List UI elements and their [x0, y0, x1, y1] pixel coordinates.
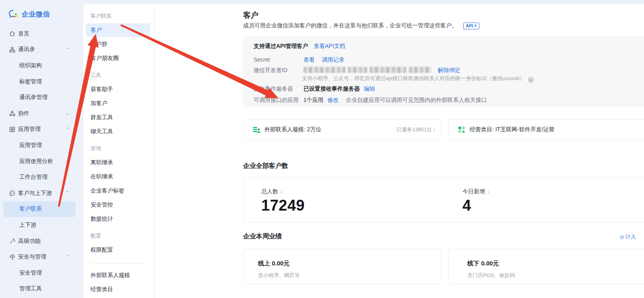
online-performance-desc: 含小程序、网页等 [258, 272, 441, 279]
submenu-item-加客户[interactable]: 加客户 [86, 97, 150, 110]
sidebar-item-应用管理[interactable]: 应用管理 [3, 137, 76, 153]
call-log-link[interactable]: 调用记录 [322, 56, 345, 63]
business-category-label: 经营类目: IT互联网-软件开发/运营 [470, 126, 555, 133]
performance-rule-text: 计入 [625, 233, 636, 240]
submenu-item-在职继承[interactable]: 在职继承 [86, 170, 150, 184]
offline-performance-desc: 含门店POS、收款码 [467, 272, 644, 279]
api-apps-label: 可调用接口的应用 [254, 97, 302, 104]
chevron-up-icon: ⌃ [65, 127, 70, 132]
collaboration-icon [8, 110, 16, 117]
help-circle-icon[interactable]: ? [528, 77, 534, 83]
wecom-bubble-icon [8, 9, 19, 20]
apps-grid-icon [8, 126, 16, 133]
wecom-logo[interactable]: 企业微信 [8, 9, 50, 20]
performance-section-heading: 企业本周业绩 [243, 232, 282, 241]
home-icon [8, 30, 16, 37]
today-new-link[interactable]: 今日新增 › [462, 188, 489, 195]
submenu-item-离职继承[interactable]: 离职继承 [86, 156, 150, 170]
sidebar-item-协作[interactable]: 协作⌄ [3, 106, 76, 122]
sidebar-item-label: 客户与上下游 [18, 190, 52, 197]
today-new-value: 4 [462, 198, 489, 214]
submenu-group-header: 客户联系 [83, 10, 154, 23]
sidebar-item-label: 组织架构 [19, 62, 42, 69]
offline-performance-card: 线下 0.00元 含门店POS、收款码 [448, 249, 644, 284]
submenu-divider [91, 263, 148, 264]
submenu-group-header: 管理 [83, 139, 154, 155]
submenu-item-企业客户标签[interactable]: 企业客户标签 [86, 184, 150, 198]
sidebar-item-工作台管理[interactable]: 工作台管理 [3, 169, 76, 185]
dev-id-label: 微信开发者ID [254, 67, 302, 74]
sidebar-item-label: 管理工具 [19, 285, 42, 292]
sidebar-item-客户与上下游[interactable]: 客户与上下游⌃ [3, 185, 76, 201]
sidebar-item-上下游[interactable]: 上下游 [3, 217, 76, 233]
redacted-block [369, 67, 407, 73]
main-content: 客户 成员可用企业微信添加客户的微信，并在这里与他们联系，企业可统一管理这些客户… [155, 4, 644, 298]
sidebar-item-安全与管理[interactable]: 安全与管理⌃ [3, 249, 76, 265]
chevron-up-icon: ⌃ [65, 190, 70, 196]
sidebar-item-客户联系[interactable]: 客户联系 [3, 201, 76, 217]
event-server-value: 已设置接收事件服务器 [303, 85, 360, 92]
today-new-block: 今日新增 › 4 [462, 188, 489, 214]
online-performance-value: 线上 0.00元 [258, 260, 441, 267]
content-panel: 客户联系客户客户群客户朋友圈工具获客助手加客户群发工具聊天工具管理离职继承在职继… [83, 4, 644, 298]
submenu-item-数据统计[interactable]: 数据统计 [86, 212, 150, 226]
sidebar-item-管理工具[interactable]: 管理工具 [3, 281, 76, 297]
api-settings-panel: 支持通过API管理客户 查看API文档 Secret 查看 调用记录 微信开发者… [243, 36, 644, 107]
unbind-link[interactable]: 解除绑定 [438, 67, 460, 73]
submenu-item-客户朋友圈[interactable]: 客户朋友圈 [86, 52, 150, 65]
wecom-admin-page: 企业微信 首页通讯录⌃组织架构标签管理通讯录管理协作⌄应用管理⌃应用管理应用使用… [0, 0, 644, 298]
submenu-item-经营类目[interactable]: 经营类目 [86, 283, 150, 296]
secret-view-link[interactable]: 查看 [303, 56, 315, 63]
submenu-item-客户[interactable]: 客户 [86, 23, 150, 37]
submenu-item-客户群[interactable]: 客户群 [86, 37, 150, 51]
served-count-link[interactable]: 已服务13651位 › [396, 126, 435, 133]
submenu-item-外部联系人规模[interactable]: 外部联系人规模 [86, 269, 150, 282]
sidebar-item-应用使用分析[interactable]: 应用使用分析 [3, 153, 76, 170]
sidebar-item-通讯录管理[interactable]: 通讯录管理 [3, 89, 76, 106]
page-description-text: 成员可用企业微信添加客户的微信，并在这里与他们联系，企业可统一管理这些客户。 [243, 22, 457, 29]
dev-id-note: 支持小程序、公众号，绑定后可通过api接口获取微信联系人对应的唯一身份标识（微信… [302, 75, 534, 83]
submenu-item-群发工具[interactable]: 群发工具 [86, 111, 150, 124]
secret-row: Secret 查看 调用记录 [254, 56, 345, 64]
total-customers-link[interactable]: 总人数 › [261, 188, 305, 195]
sidebar-item-label: 安全管理 [19, 269, 42, 277]
sidebar-item-label: 协作 [18, 110, 29, 117]
dev-id-row: 微信开发者ID 解除绑定 [254, 67, 460, 74]
today-new-label: 今日新增 [462, 188, 485, 195]
submenu-item-聊天工具[interactable]: 聊天工具 [86, 125, 150, 139]
sidebar-item-首页[interactable]: 首页 [3, 26, 76, 42]
sidebar-item-label: 首页 [18, 30, 29, 37]
served-count-text: 已服务13651位 [396, 126, 432, 133]
redacted-block [303, 67, 345, 73]
api-badge[interactable]: API ∧ [463, 23, 479, 29]
edit-server-link[interactable]: 编辑 [364, 85, 375, 92]
circle-dot-icon: ⊙ [620, 234, 624, 240]
api-apps-count: 1个应用 [303, 97, 324, 103]
performance-rule-link[interactable]: ⊙ 计入 [620, 233, 636, 240]
sidebar-item-label: 通讯录管理 [19, 94, 47, 101]
chevron-right-icon: › [281, 188, 283, 195]
sidebar-item-label: 标签管理 [19, 78, 42, 85]
view-api-doc-link[interactable]: 查看API文档 [314, 43, 345, 49]
page-title: 客户 [243, 10, 258, 21]
sidebar-item-组织架构[interactable]: 组织架构 [3, 58, 76, 74]
contact-scale-card[interactable]: 外部联系人规模: 2万位 已服务13651位 › [243, 119, 441, 140]
secret-label: Secret [254, 56, 302, 63]
sidebar-item-高级功能[interactable]: 高级功能 [3, 233, 76, 249]
sidebar-item-安全管理[interactable]: 安全管理 [3, 265, 76, 281]
modify-apps-link[interactable]: 修改 [328, 97, 339, 103]
contacts-icon [8, 46, 16, 53]
submenu-item-权限配置[interactable]: 权限配置 [86, 243, 150, 257]
submenu-item-获客助手[interactable]: 获客助手 [86, 83, 150, 96]
sidebar-item-应用管理[interactable]: 应用管理⌃ [3, 122, 76, 138]
customer-chat-icon [8, 190, 16, 197]
business-category-card[interactable]: 经营类目: IT互联网-软件开发/运营 [448, 119, 644, 140]
sidebar-item-label: 客户联系 [19, 205, 42, 213]
sidebar-item-标签管理[interactable]: 标签管理 [3, 74, 76, 90]
sidebar-item-通讯录[interactable]: 通讯录⌃ [3, 42, 76, 58]
api-panel-heading: 支持通过API管理客户 [254, 43, 308, 49]
api-panel-heading-row: 支持通过API管理客户 查看API文档 [254, 43, 345, 50]
sidebar-item-label: 安全与管理 [18, 253, 46, 261]
submenu-item-安全管控[interactable]: 安全管控 [86, 198, 150, 212]
sidebar-item-label: 上下游 [19, 221, 36, 229]
